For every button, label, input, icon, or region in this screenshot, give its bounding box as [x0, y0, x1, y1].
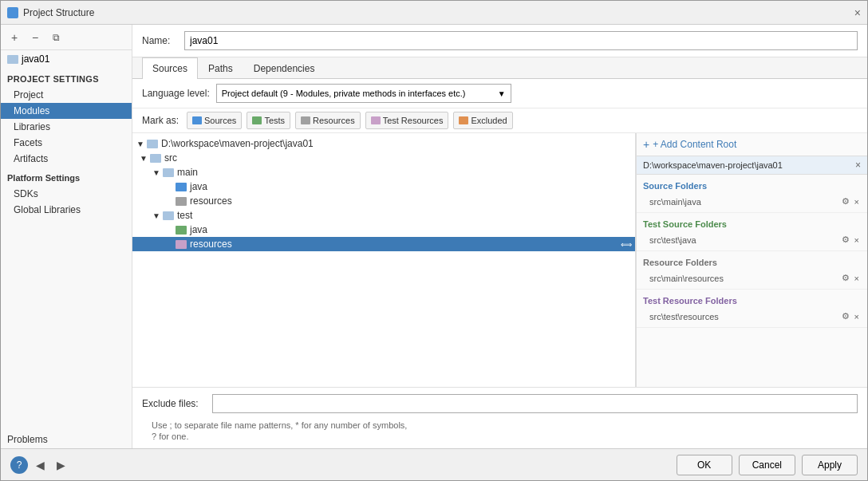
sidebar-item-global-libraries[interactable]: Global Libraries [1, 202, 132, 218]
content-root-panel: + + Add Content Root D:\workspace\maven-… [636, 133, 867, 387]
sidebar-item-modules[interactable]: Modules [1, 103, 132, 119]
mark-test-resources-button[interactable]: Test Resources [365, 112, 449, 129]
folder-icon-test [163, 211, 174, 220]
language-level-select[interactable]: Project default (9 - Modules, private me… [216, 84, 511, 103]
mark-tests-button[interactable]: Tests [247, 112, 290, 129]
resource-folders-actions: ⚙ × [840, 272, 861, 284]
test-source-folders-path: src\test\java [649, 235, 696, 245]
tree-toggle-src[interactable]: ▼ [139, 153, 148, 163]
content-root-close-button[interactable]: × [855, 160, 861, 171]
resource-folders-path: src\main\resources [649, 274, 724, 283]
tree-label-root: D:\workspace\maven-project\java01 [161, 138, 314, 149]
window-title: Project Structure [23, 7, 94, 18]
test-resource-folders-title: Test Resource Folders [637, 293, 867, 309]
test-source-folders-row: src\test\java ⚙ × [637, 232, 867, 247]
tree-item-src[interactable]: ▼ src [132, 151, 635, 165]
resource-folders-section: Resource Folders src\main\resources ⚙ × [637, 251, 867, 290]
cancel-button[interactable]: Cancel [739, 455, 795, 475]
folder-icon-main [163, 168, 174, 177]
source-folders-title: Source Folders [637, 178, 867, 194]
language-level-value: Project default (9 - Modules, private me… [222, 89, 466, 98]
content-root-path-row: D:\workspace\maven-project\java01 × [637, 156, 867, 175]
apply-button[interactable]: Apply [802, 455, 858, 475]
add-content-root-label: + Add Content Root [653, 139, 736, 150]
tree-item-root[interactable]: ▼ D:\workspace\maven-project\java01 [132, 136, 635, 151]
mark-as-label: Mark as: [142, 115, 179, 126]
resize-handle-icon: ⟺ [621, 240, 632, 249]
dropdown-arrow-icon: ▼ [498, 89, 506, 98]
back-button[interactable]: ◀ [31, 456, 49, 474]
ok-button[interactable]: OK [677, 455, 732, 475]
module-item-label: java01 [22, 53, 49, 65]
sidebar-item-problems[interactable]: Problems [1, 428, 132, 448]
forward-button[interactable]: ▶ [52, 456, 69, 474]
tree-item-main[interactable]: ▼ main [132, 165, 635, 179]
resource-folders-row: src\main\resources ⚙ × [637, 270, 867, 286]
tab-sources[interactable]: Sources [142, 57, 198, 79]
tests-folder-icon [252, 116, 262, 124]
source-folders-row: src\main\java ⚙ × [637, 194, 867, 209]
tree-item-test[interactable]: ▼ test [132, 208, 635, 223]
tree-label-src: src [164, 152, 177, 164]
tree-item-test-resources[interactable]: resources ⟺ [132, 237, 635, 251]
mark-excluded-button[interactable]: Excluded [453, 112, 512, 129]
sources-folder-icon [192, 116, 202, 124]
name-input[interactable] [184, 31, 858, 50]
tree-label-test-java: java [190, 224, 207, 235]
sidebar-item-artifacts[interactable]: Artifacts [1, 151, 132, 167]
exclude-files-input[interactable] [212, 394, 858, 413]
title-bar: Project Structure × [1, 1, 867, 25]
source-folders-remove-button[interactable]: × [853, 195, 861, 207]
mark-resources-button[interactable]: Resources [295, 112, 361, 129]
test-source-folders-edit-button[interactable]: ⚙ [840, 234, 851, 246]
test-resource-folders-edit-button[interactable]: ⚙ [840, 310, 851, 322]
tree-toggle-test[interactable]: ▼ [152, 211, 161, 220]
add-module-button[interactable]: + [6, 29, 23, 46]
tree-label-main: main [177, 167, 198, 178]
tree-toggle-root[interactable]: ▼ [136, 139, 145, 148]
sidebar-item-project[interactable]: Project [1, 87, 132, 103]
module-item-java01[interactable]: java01 [1, 50, 132, 68]
tree-label-test-resources: resources [190, 239, 232, 250]
source-folders-edit-button[interactable]: ⚙ [840, 195, 851, 207]
bottom-left-controls: ? ◀ ▶ [10, 456, 69, 474]
remove-module-button[interactable]: − [26, 29, 44, 46]
sidebar-item-facets[interactable]: Facets [1, 135, 132, 151]
bottom-bar: ? ◀ ▶ OK Cancel Apply [1, 448, 867, 480]
test-resource-folders-section: Test Resource Folders src\test\resources… [637, 290, 867, 328]
tree-item-resources[interactable]: resources [132, 194, 635, 208]
tab-paths[interactable]: Paths [198, 57, 243, 79]
test-resource-folders-actions: ⚙ × [840, 310, 861, 322]
close-button[interactable]: × [854, 6, 861, 19]
tree-label-java: java [190, 181, 207, 192]
tree-toggle-main[interactable]: ▼ [152, 168, 161, 177]
sidebar-toolbar: + − ⧉ [1, 25, 132, 50]
exclude-hint-text: Use ; to separate file name patterns, * … [142, 420, 407, 430]
project-structure-window: Project Structure × + − ⧉ java01 Project… [0, 0, 868, 481]
resource-folders-edit-button[interactable]: ⚙ [840, 272, 851, 284]
tree-item-java[interactable]: java [132, 179, 635, 194]
sidebar-item-sdks[interactable]: SDKs [1, 186, 132, 202]
test-source-folders-section: Test Source Folders src\test\java ⚙ × [637, 213, 867, 251]
folder-icon-root [147, 140, 158, 148]
resource-folders-title: Resource Folders [637, 254, 867, 270]
folder-icon-src [150, 154, 161, 163]
resource-folders-remove-button[interactable]: × [853, 272, 861, 284]
test-source-folders-actions: ⚙ × [840, 234, 861, 246]
exclude-files-label: Exclude files: [142, 398, 206, 409]
test-resource-folders-row: src\test\resources ⚙ × [637, 309, 867, 324]
mark-sources-button[interactable]: Sources [187, 112, 242, 129]
tree-label-resources: resources [190, 195, 232, 207]
add-content-root-button[interactable]: + + Add Content Root [637, 133, 867, 156]
content-area: ▼ D:\workspace\maven-project\java01 ▼ sr… [132, 133, 867, 387]
exclude-hint-text2: ? for one. [142, 432, 188, 441]
sidebar-item-libraries[interactable]: Libraries [1, 119, 132, 135]
tab-dependencies[interactable]: Dependencies [243, 57, 326, 79]
test-source-folders-remove-button[interactable]: × [853, 234, 861, 246]
test-resource-folders-remove-button[interactable]: × [853, 310, 861, 322]
tree-item-test-java[interactable]: java [132, 223, 635, 237]
help-button[interactable]: ? [10, 456, 28, 474]
copy-module-button[interactable]: ⧉ [47, 29, 65, 46]
platform-settings-section: Platform Settings [1, 167, 132, 186]
language-level-row: Language level: Project default (9 - Mod… [132, 79, 867, 108]
